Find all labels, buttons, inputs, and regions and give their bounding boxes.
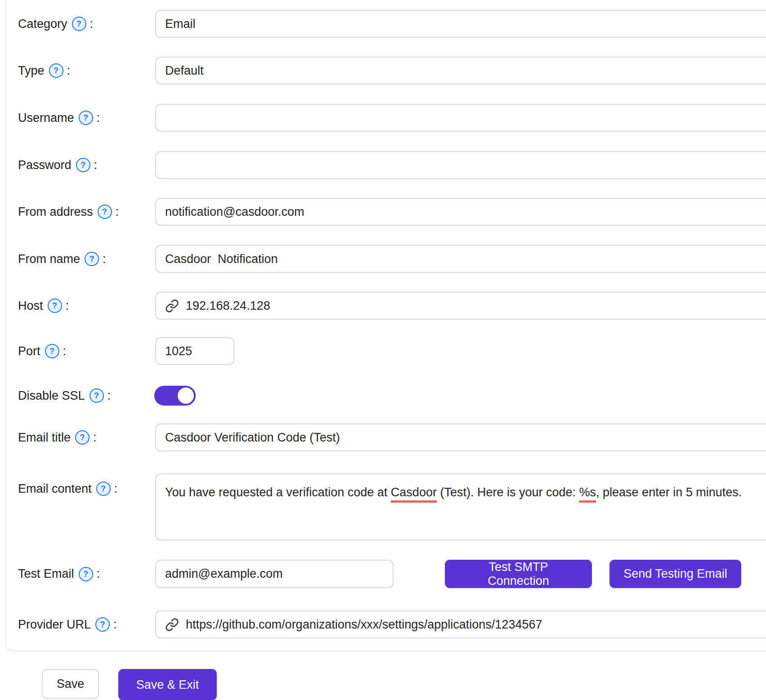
email-title-label: Email title ? : (18, 424, 97, 451)
from-address-label: From address ? : (18, 198, 119, 226)
category-row: Category ? : (0, 10, 766, 38)
help-icon[interactable]: ? (96, 482, 111, 496)
test-email-input[interactable] (155, 560, 394, 588)
from-name-input[interactable] (155, 245, 766, 273)
help-icon[interactable]: ? (79, 111, 93, 125)
help-icon[interactable]: ? (90, 388, 104, 403)
help-icon[interactable]: ? (48, 299, 62, 313)
provider-url-row: Provider URL ? : https://github.com/orga… (0, 611, 766, 638)
password-input[interactable] (155, 151, 766, 179)
disable-ssl-label: Disable SSL ? : (18, 386, 111, 406)
username-input[interactable] (155, 104, 766, 132)
host-value: 192.168.24.128 (186, 299, 270, 313)
username-label: Username ? : (18, 104, 100, 132)
link-icon (165, 618, 179, 632)
help-icon[interactable]: ? (72, 17, 86, 31)
email-content-row: Email content ? : You have requested a v… (0, 473, 766, 540)
provider-url-value: https://github.com/organizations/xxx/set… (186, 618, 542, 632)
help-icon[interactable]: ? (49, 63, 63, 78)
port-label: Port ? : (18, 337, 66, 365)
category-select[interactable] (155, 10, 766, 38)
disable-ssl-row: Disable SSL ? : (0, 386, 766, 406)
host-input[interactable]: 192.168.24.128 (155, 292, 766, 320)
host-row: Host ? : 192.168.24.128 (0, 292, 766, 320)
test-email-row: Test Email ? : Test SMTP Connection Send… (0, 560, 766, 588)
type-select[interactable] (155, 57, 766, 85)
help-icon[interactable]: ? (75, 430, 90, 445)
email-title-input[interactable] (155, 424, 766, 451)
disable-ssl-toggle[interactable] (154, 386, 196, 406)
provider-edit-card (5, 0, 766, 651)
from-address-input[interactable] (155, 198, 766, 226)
email-title-row: Email title ? : (0, 424, 766, 451)
provider-url-label: Provider URL ? : (18, 611, 117, 638)
from-name-label: From name ? : (18, 245, 106, 273)
category-label: Category ? : (18, 10, 93, 38)
help-icon[interactable]: ? (45, 344, 59, 358)
save-and-exit-button[interactable]: Save & Exit (118, 669, 217, 700)
help-icon[interactable]: ? (76, 158, 90, 172)
port-input[interactable] (155, 337, 234, 365)
username-row: Username ? : (0, 104, 766, 132)
password-row: Password ? : (0, 151, 766, 179)
toggle-knob (178, 388, 194, 404)
help-icon[interactable]: ? (79, 567, 93, 581)
help-icon[interactable]: ? (95, 617, 110, 632)
from-name-row: From name ? : (0, 245, 766, 273)
test-smtp-connection-button[interactable]: Test SMTP Connection (445, 560, 592, 588)
host-label: Host ? : (18, 292, 69, 320)
save-button[interactable]: Save (42, 669, 99, 699)
send-testing-email-button[interactable]: Send Testing Email (609, 560, 741, 588)
email-content-textarea[interactable]: You have requested a verification code a… (155, 473, 766, 540)
provider-url-input[interactable]: https://github.com/organizations/xxx/set… (155, 611, 766, 638)
actions-bar: Save Save & Exit (0, 669, 766, 700)
type-label: Type ? : (18, 57, 70, 85)
from-address-row: From address ? : (0, 198, 766, 226)
link-icon (165, 299, 179, 313)
test-email-label: Test Email ? : (18, 560, 100, 588)
help-icon[interactable]: ? (98, 205, 112, 219)
email-content-label: Email content ? : (18, 473, 117, 504)
password-label: Password ? : (18, 151, 97, 179)
port-row: Port ? : (0, 337, 766, 365)
type-row: Type ? : (0, 57, 766, 85)
help-icon[interactable]: ? (85, 252, 99, 266)
